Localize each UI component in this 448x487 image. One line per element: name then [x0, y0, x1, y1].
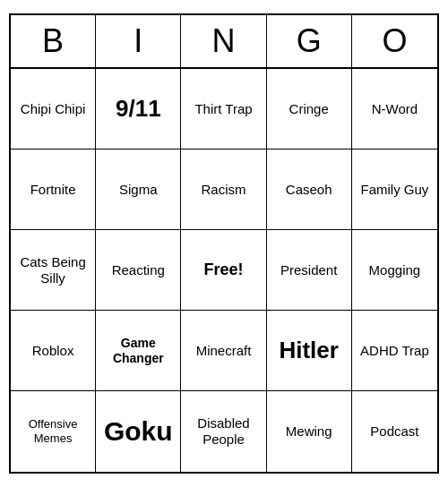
bingo-cell-4: N-Word — [352, 69, 437, 150]
bingo-cell-12: Free! — [181, 230, 266, 311]
bingo-header: BINGO — [11, 15, 437, 69]
bingo-letter-i: I — [96, 15, 181, 67]
bingo-cell-13: President — [267, 230, 352, 311]
bingo-cell-14: Mogging — [352, 230, 437, 311]
bingo-cell-6: Sigma — [96, 150, 181, 230]
bingo-cell-11: Reacting — [96, 230, 181, 311]
bingo-cell-2: Thirt Trap — [181, 69, 266, 150]
bingo-cell-20: Offensive Memes — [11, 391, 96, 472]
bingo-cell-23: Mewing — [267, 391, 352, 472]
bingo-cell-0: Chipi Chipi — [11, 69, 96, 150]
bingo-cell-21: Goku — [96, 391, 181, 472]
bingo-cell-16: Game Changer — [96, 311, 181, 391]
bingo-cell-7: Racism — [181, 150, 266, 230]
bingo-letter-o: O — [352, 15, 437, 67]
bingo-letter-g: G — [267, 15, 352, 67]
bingo-cell-1: 9/11 — [96, 69, 181, 150]
bingo-cell-19: ADHD Trap — [352, 311, 437, 391]
bingo-letter-n: N — [181, 15, 266, 67]
bingo-card: BINGO Chipi Chipi9/11Thirt TrapCringeN-W… — [9, 13, 439, 474]
bingo-cell-24: Podcast — [352, 391, 437, 472]
bingo-cell-8: Caseoh — [267, 150, 352, 230]
bingo-cell-17: Minecraft — [181, 311, 266, 391]
bingo-cell-5: Fortnite — [11, 150, 96, 230]
bingo-cell-10: Cats Being Silly — [11, 230, 96, 311]
bingo-cell-15: Roblox — [11, 311, 96, 391]
bingo-cell-22: Disabled People — [181, 391, 266, 472]
bingo-cell-3: Cringe — [267, 69, 352, 150]
bingo-letter-b: B — [11, 15, 96, 67]
bingo-cell-18: Hitler — [267, 311, 352, 391]
bingo-cell-9: Family Guy — [352, 150, 437, 230]
bingo-grid: Chipi Chipi9/11Thirt TrapCringeN-WordFor… — [11, 69, 437, 472]
